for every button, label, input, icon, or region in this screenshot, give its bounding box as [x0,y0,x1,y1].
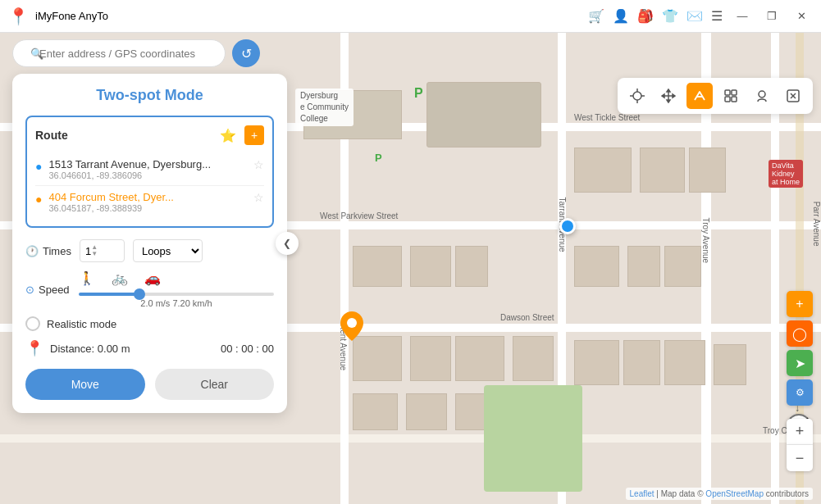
waypoint-1-coords: 36.046601, -89.386096 [48,170,247,180]
import-tool-button[interactable] [780,83,806,109]
shirt-icon[interactable]: 👕 [662,8,678,24]
svg-point-1 [633,92,641,100]
map-attribution: Leaflet | Map data © OpenStreetMap contr… [626,488,813,500]
cart-icon[interactable]: 🛒 [588,8,604,24]
route-actions: ⭐ + [218,125,264,145]
left-panel: Two-spot Mode Route ⭐ + ● 1513 Tarrant A… [12,74,287,413]
toggle-tool-button[interactable]: ⚙ [787,379,813,406]
minimize-button[interactable]: — [731,7,754,25]
waypoint-2-name: 404 Forcum Street, Dyer... [48,191,247,203]
user-icon[interactable]: 👤 [613,8,629,24]
loop-select[interactable]: Loops Round Trip One Way [133,239,203,262]
route-box: Route ⭐ + ● 1513 Tarrant Avenue, Dyersbu… [25,116,274,228]
street-label-parr: Parr Avenue [813,202,822,247]
zoom-in-button[interactable]: + [787,419,813,445]
titlebar-left: 📍 iMyFone AnyTo [8,7,108,26]
clear-button[interactable]: Clear [155,369,275,400]
titlebar-right: 🛒 👤 🎒 👕 ✉️ ☰ — ❐ ✕ [588,7,813,25]
menu-icon[interactable]: ☰ [711,8,723,24]
search-icon: 🔍 [30,48,43,60]
start-marker [559,218,576,234]
waypoint-1-star[interactable]: ☆ [253,158,264,171]
main-area: DaVitaKidneyat Home P P West Tickle Stre… [0,33,821,504]
titlebar: 📍 iMyFone AnyTo 🛒 👤 🎒 👕 ✉️ ☰ — ❐ ✕ [0,0,821,33]
time-text: 00 : 00 : 00 [221,343,274,355]
street-label-tickle: West Tickle Street [574,113,640,122]
svg-point-17 [759,91,765,98]
waypoint-2[interactable]: ● 404 Forcum Street, Dyer... 36.045187, … [35,186,264,218]
add-location-button[interactable]: + [787,291,813,317]
window-controls: — ❐ ✕ [731,7,813,25]
distance-text: Distance: 0.00 m [50,343,130,355]
bag-icon[interactable]: 🎒 [637,8,654,24]
speed-slider[interactable] [79,293,274,296]
teleport-tool-button[interactable] [749,83,775,109]
app-title: iMyFone AnyTo [35,10,108,22]
speed-icons: 🚶 🚲 🚗 [79,270,274,286]
waypoint-1[interactable]: ● 1513 Tarrant Avenue, Dyersburg... 36.0… [35,153,264,186]
crosshair-tool-button[interactable] [624,83,650,109]
svg-rect-13 [725,90,730,95]
svg-marker-11 [673,94,675,98]
star-route-button[interactable]: ⭐ [218,125,238,145]
waypoint-1-name: 1513 Tarrant Avenue, Dyersburg... [48,158,247,170]
refresh-button[interactable]: ↺ [232,39,260,67]
green-tool-button[interactable]: ➤ [787,350,813,376]
svg-marker-9 [667,100,670,102]
route-tool-button[interactable] [686,83,713,109]
leaflet-link[interactable]: Leaflet [630,489,655,498]
route-header: Route ⭐ + [35,125,264,145]
close-button[interactable]: ✕ [790,7,813,25]
svg-point-0 [347,318,357,328]
zoom-controls: + − [787,419,813,471]
action-buttons: Move Clear [25,369,274,400]
speed-row: ⊙ Speed 🚶 🚲 🚗 2.0 m/s 7.20 km/h [25,270,274,308]
realistic-mode-row: Realistic mode [25,316,274,331]
speed-control: 🚶 🚲 🚗 2.0 m/s 7.20 km/h [79,270,274,308]
svg-marker-10 [662,94,664,98]
times-input[interactable]: 1 ▲▼ [80,239,125,262]
bike-icon: 🚲 [112,270,128,286]
collapse-panel-button[interactable]: ❮ [276,232,299,255]
street-label-troy-ave: Troy Avenue [701,218,710,264]
pan-tool-button[interactable] [655,83,682,109]
waypoint-2-star[interactable]: ☆ [253,191,264,204]
waypoint-1-icon: ● [35,160,42,173]
speed-label: Speed [39,284,70,296]
end-marker [340,311,363,343]
car-icon: 🚗 [144,270,161,286]
multispot-tool-button[interactable] [718,83,744,109]
osm-link[interactable]: OpenStreetMap [705,489,764,498]
svg-rect-16 [732,97,737,102]
search-input[interactable] [12,39,226,67]
speedometer-icon: ⊙ [25,284,34,296]
waypoint-2-coords: 36.045187, -89.388939 [48,203,247,213]
app-logo: 📍 [8,7,29,26]
move-button[interactable]: Move [25,369,145,400]
street-label-dawson: Dawson Street [500,313,554,322]
route-label: Route [35,129,68,142]
zoom-out-button[interactable]: − [787,445,813,471]
svg-rect-14 [732,90,737,95]
waypoint-1-info: 1513 Tarrant Avenue, Dyersburg... 36.046… [48,158,247,180]
panel-title: Two-spot Mode [25,87,274,104]
street-label-parkview: West Parkview Street [320,211,398,220]
distance-row: 📍 Distance: 0.00 m 00 : 00 : 00 [25,339,274,357]
waypoint-2-info: 404 Forcum Street, Dyer... 36.045187, -8… [48,191,247,213]
map-toolbar [618,78,813,114]
address-bar: 🔍 ↺ [12,39,260,67]
mail-icon[interactable]: ✉️ [686,8,703,24]
map-side-tools: + ◯ ➤ ⚙ [787,291,813,406]
orange-tool-button[interactable]: ◯ [787,320,813,347]
realistic-mode-toggle[interactable] [25,316,40,331]
walk-icon: 🚶 [79,270,95,286]
speed-label-wrap: ⊙ Speed [25,284,71,296]
maximize-button[interactable]: ❐ [760,7,783,25]
times-value: 1 [85,245,91,257]
times-label-wrap: 🕐 Times [25,245,71,257]
realistic-mode-label: Realistic mode [47,318,116,330]
clock-icon: 🕐 [25,245,39,257]
speed-slider-wrap [79,286,274,298]
spinner-arrows[interactable]: ▲▼ [91,244,98,257]
add-route-button[interactable]: + [244,125,264,145]
